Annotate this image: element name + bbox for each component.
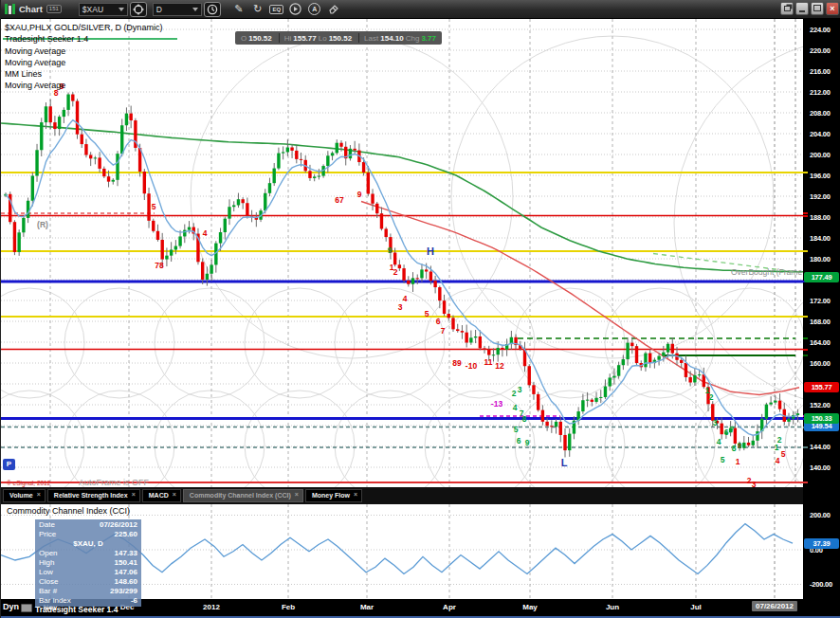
seeker-annotation: 9 <box>525 438 530 447</box>
symbol-combo[interactable]: $XAU <box>79 3 128 16</box>
close-tab-icon[interactable]: × <box>173 492 176 498</box>
tooltip-row: High150.41 <box>39 558 137 568</box>
seeker-annotation: 6 <box>724 427 729 437</box>
tooltip-row: Low147.06 <box>39 568 137 577</box>
draw-pencil-button[interactable]: ✎ <box>230 2 247 17</box>
seeker-annotation: 4 <box>403 294 408 303</box>
symbol-value: $XAU <box>82 5 103 14</box>
legend-line: Moving Average <box>5 80 162 91</box>
close-tab-icon[interactable]: × <box>37 492 41 498</box>
seeker-annotation: 5 <box>781 449 786 459</box>
seeker-annotation: 6 <box>517 436 521 445</box>
price-tick-label: 208.00 <box>810 109 831 118</box>
tooltip-title: $XAU, D <box>39 539 137 549</box>
eq-icon: EQ <box>269 5 283 14</box>
seeker-annotation: 5 <box>721 455 725 464</box>
overbought-label: OverBought (Frame <box>731 267 802 277</box>
seeker-annotation: 1 <box>736 457 740 466</box>
tab-label: Relative Strength Index <box>54 492 128 499</box>
price-tick-label: 220.00 <box>810 46 831 55</box>
maximize-button[interactable] <box>811 2 824 15</box>
seeker-annotation: 5 <box>425 309 429 318</box>
tooltip-row: Price225.60 <box>39 530 137 539</box>
tab-money-flow[interactable]: Money Flow× <box>305 489 362 502</box>
seeker-annotation: 5 <box>152 202 156 211</box>
level-tick-mark <box>803 482 808 483</box>
tooltip-row: Bar index-6 <box>39 596 137 606</box>
level-tick-mark <box>803 316 808 318</box>
play-icon <box>289 3 301 15</box>
close-button[interactable]: × <box>826 2 839 15</box>
play-button[interactable] <box>287 2 304 17</box>
interval-value: D <box>156 5 162 14</box>
price-tick-label: 212.00 <box>810 88 831 97</box>
seeker-annotation: 9 <box>738 441 742 450</box>
price-tick-label: 164.00 <box>810 338 831 347</box>
seeker-annotation: 11 <box>484 357 493 367</box>
tab-volume[interactable]: Volume× <box>3 489 46 502</box>
window-controls: × <box>780 2 839 15</box>
seeker-annotation: 4 <box>776 456 780 465</box>
close-tab-icon[interactable]: × <box>295 492 299 498</box>
chevron-down-icon[interactable] <box>192 8 198 11</box>
page-badge: 151 <box>46 5 62 13</box>
chg-label: Chg <box>406 34 420 43</box>
seeker-annotation: (R) <box>37 220 48 229</box>
chevron-down-icon[interactable] <box>119 8 124 11</box>
price-tick-label: 196.00 <box>810 172 831 180</box>
seeker-annotation: 9 <box>388 245 393 255</box>
tab-label: Money Flow <box>312 492 350 499</box>
legend-line: Tradesight Seeker 1.4 <box>5 33 162 45</box>
cursor-data-tooltip: Date07/26/2012Price225.60$XAU, DOpen147.… <box>35 519 141 607</box>
price-tick-label: 152.00 <box>810 401 831 409</box>
auto-button[interactable]: A <box>306 2 323 17</box>
level-tick-mark <box>803 215 808 217</box>
last-label: Last <box>364 34 378 43</box>
seeker-annotation: 9 <box>357 190 362 199</box>
status-badge[interactable] <box>21 604 32 612</box>
auto-icon: A <box>308 3 320 15</box>
copyright-text: © eSignal, 2012 <box>7 480 50 486</box>
time-template-button[interactable] <box>204 2 221 17</box>
symbol-lookup-button[interactable] <box>130 2 147 17</box>
gear-icon <box>133 4 144 15</box>
tab-label: Commodity Channel Index (CCI) <box>190 492 291 499</box>
high-value: 155.77 <box>293 34 316 43</box>
tab-macd[interactable]: MACD× <box>142 489 181 502</box>
last-value: 154.10 <box>380 34 403 43</box>
cci-tick-label: -200.00 <box>810 580 832 589</box>
refresh-button[interactable]: ↻ <box>249 2 266 17</box>
price-tick-label: 216.00 <box>810 67 831 76</box>
p-badge[interactable]: P <box>3 459 15 470</box>
clock-icon <box>207 4 218 15</box>
cci-tick-label: 200.00 <box>810 511 831 519</box>
tab-commodity-channel-index-cci-[interactable]: Commodity Channel Index (CCI)× <box>183 489 303 502</box>
price-axis[interactable]: 224.00220.00216.00212.00208.00204.00200.… <box>803 19 840 599</box>
minimize-button[interactable] <box>795 2 809 15</box>
tooltip-row: Bar #293/299 <box>39 587 137 596</box>
study-legend: $XAU,PHLX GOLD/SILVER, D (Dynamic)Trades… <box>5 22 162 92</box>
eq-button[interactable]: EQ <box>268 2 285 17</box>
price-tag: 177.49 <box>804 272 839 282</box>
seeker-annotation: 6 <box>436 317 441 326</box>
restore-button[interactable] <box>780 2 794 15</box>
close-tab-icon[interactable]: × <box>132 492 136 498</box>
seeker-annotation: 4 <box>717 437 721 446</box>
time-label-mar: Mar <box>360 603 374 611</box>
eraser-icon <box>327 3 339 15</box>
seeker-annotation: 8 <box>732 444 737 453</box>
chg-value: 3.77 <box>421 34 436 43</box>
price-tick-label: 224.00 <box>810 26 831 34</box>
price-tick-label: 160.00 <box>810 359 831 368</box>
seeker-annotation: 4 <box>513 403 518 412</box>
tab-relative-strength-index[interactable]: Relative Strength Index× <box>47 489 140 502</box>
seeker-annotation: 1 <box>775 443 779 452</box>
time-label-2012: 2012 <box>203 603 220 611</box>
price-tag: 150.33 <box>804 413 839 424</box>
interval-combo[interactable]: D <box>153 3 202 16</box>
close-tab-icon[interactable]: × <box>354 492 357 498</box>
low-label: Lo <box>319 34 327 43</box>
seeker-annotation: 89 <box>452 358 462 368</box>
eraser-button[interactable] <box>325 2 342 17</box>
tab-label: MACD <box>149 492 169 499</box>
